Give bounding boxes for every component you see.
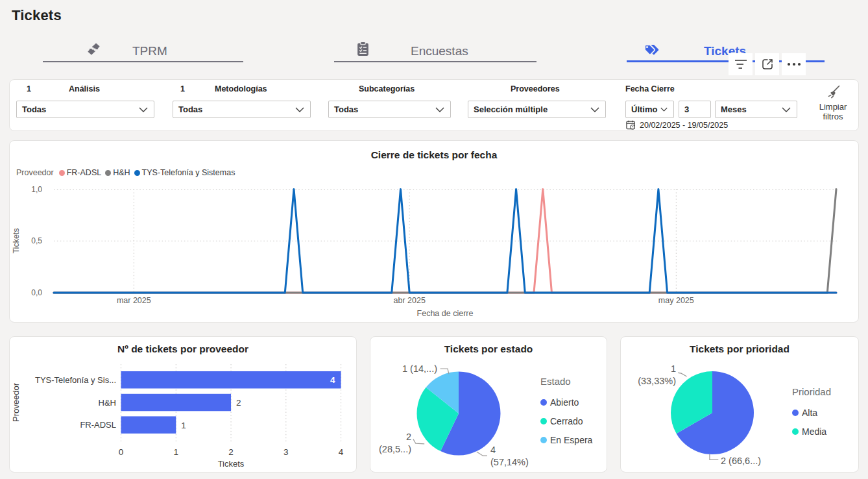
filter-button[interactable] (729, 53, 753, 75)
prioridad-pie-card[interactable]: Tickets por prioridad 2 (66,6...)1(33,33… (620, 336, 859, 473)
analisis-dropdown[interactable]: Todas (16, 101, 154, 118)
subcategorias-dropdown[interactable]: Todas (328, 101, 451, 118)
chevron-down-icon (590, 107, 599, 112)
dashboard-page: Tickets TPRM Encuestas (0, 0, 868, 479)
clear-filters-label-1: Limpiar (807, 102, 859, 112)
legend-dot (792, 428, 799, 435)
tab-tprm-label: TPRM (132, 44, 167, 58)
popout-button[interactable] (755, 53, 779, 75)
bar (121, 371, 341, 389)
bar-chart-card[interactable]: Nº de tickets por proveedor 01234TYS-Tel… (9, 336, 357, 473)
pie-data-label: 1 (671, 363, 676, 374)
fecha-unit-dropdown[interactable]: Meses (715, 101, 797, 118)
metodologias-label: Metodologías (215, 84, 267, 93)
prioridad-legend: Prioridad AltaMedia (792, 386, 831, 441)
line-chart-card[interactable]: Cierre de tickets por fecha Proveedor FR… (9, 140, 859, 323)
fecha-number-value: 3 (684, 104, 689, 114)
x-tick-label: 3 (283, 447, 289, 457)
estado-legend: Estado AbiertoCerradoEn Espera (540, 376, 592, 449)
pie-data-label: 4 (490, 445, 496, 455)
proveedores-label: Proveedores (511, 84, 560, 93)
prioridad-legend-item[interactable]: Media (792, 422, 831, 441)
clear-filters-button[interactable]: Limpiar filtros (807, 84, 859, 121)
x-axis-title: Fecha de cierre (417, 309, 474, 318)
x-tick-label: 4 (339, 447, 344, 457)
x-tick-label: 1 (174, 447, 179, 457)
fecha-relative-value: Último (631, 104, 657, 114)
x-tick-label: 0 (119, 447, 124, 457)
chevron-down-icon (139, 107, 148, 112)
estado-legend-title: Estado (540, 376, 592, 387)
x-tick-label: may 2025 (658, 296, 694, 305)
tab-encuestas[interactable]: Encuestas (334, 36, 536, 62)
proveedores-dropdown-value: Selección múltiple (474, 104, 548, 114)
bar (121, 394, 232, 411)
line-chart: 0,00,51,0mar 2025abr 2025may 2025Fecha d… (10, 141, 858, 322)
metodologias-dropdown-value: Todas (178, 104, 202, 114)
bar-category-label: TYS-Telefonía y Sis... (35, 375, 116, 385)
chevron-down-icon (435, 107, 444, 112)
handshake-icon (86, 42, 101, 59)
date-range-text: 20/02/2025 - 19/05/2025 (640, 121, 728, 130)
pie-data-label: 2 (406, 432, 411, 442)
tab-encuestas-underline (334, 61, 536, 63)
more-options-button[interactable] (782, 53, 806, 75)
legend-label: Media (802, 426, 826, 437)
pie-data-label: (28,5...) (379, 444, 411, 454)
analisis-count: 1 (27, 84, 31, 93)
fecha-number-input[interactable]: 3 (679, 101, 711, 118)
more-options-icon (787, 62, 801, 66)
tab-tprm[interactable]: TPRM (43, 36, 243, 62)
pie-label-leader (477, 452, 487, 456)
filter-bar: 1 Análisis Todas 1 Metodologías Todas Su… (9, 79, 859, 131)
estado-pie-card[interactable]: Tickets por estado 4(57,14%)2(28,5...)1 … (370, 336, 607, 473)
bar (121, 416, 176, 434)
pie-data-label: (57,14%) (490, 457, 529, 467)
filter-icon (734, 59, 747, 69)
clipboard-icon (356, 42, 370, 59)
legend-label: Alta (802, 408, 817, 418)
prioridad-legend-title: Prioridad (792, 386, 831, 397)
legend-dot (792, 410, 799, 416)
bar-value-label: 1 (181, 421, 186, 430)
popout-icon (761, 58, 774, 71)
tags-icon (642, 42, 661, 60)
bar-chart: 01234TYS-Telefonía y Sis...4H&H2FR-ADSL1… (10, 337, 356, 472)
estado-legend-item[interactable]: Abierto (540, 393, 592, 411)
fecha-cierre-label: Fecha Cierre (625, 84, 675, 93)
legend-dot (540, 399, 547, 406)
legend-dot (540, 418, 547, 424)
proveedores-dropdown[interactable]: Selección múltiple (468, 101, 606, 118)
fecha-unit-value: Meses (721, 104, 747, 114)
pie-label-leader (678, 373, 687, 376)
subcategorias-dropdown-value: Todas (334, 104, 358, 114)
legend-label: Cerrado (550, 416, 583, 426)
pie-label-leader (710, 454, 718, 460)
metodologias-dropdown[interactable]: Todas (173, 101, 311, 118)
bar-value-label: 2 (236, 398, 241, 408)
page-title: Tickets (12, 7, 62, 24)
prioridad-legend-item[interactable]: Alta (792, 403, 831, 422)
x-tick-label: abr 2025 (394, 296, 426, 305)
pie-data-label: 1 (14,...) (402, 363, 437, 374)
pie-data-label: (33,33%) (638, 376, 676, 386)
bar-category-label: FR-ADSL (80, 420, 116, 430)
estado-legend-item[interactable]: En Espera (540, 430, 592, 449)
date-range: 20/02/2025 - 19/05/2025 (626, 120, 728, 130)
legend-dot (540, 437, 547, 443)
y-tick-label: 0,5 (31, 236, 42, 245)
y-tick-label: 0,0 (31, 288, 42, 297)
fecha-relative-dropdown[interactable]: Último (625, 101, 674, 118)
pie-data-label: 2 (66,6...) (721, 456, 761, 466)
broom-icon (825, 84, 841, 100)
chevron-down-icon (782, 107, 791, 112)
estado-legend-item[interactable]: Cerrado (540, 411, 592, 430)
y-axis-title: Tickets (12, 228, 21, 253)
chevron-down-icon (295, 107, 304, 112)
y-tick-label: 1,0 (31, 185, 42, 194)
bar-value-label: 4 (330, 375, 335, 385)
legend-label: En Espera (550, 435, 592, 445)
legend-label: Abierto (550, 397, 579, 408)
bar-category-label: H&H (99, 398, 116, 408)
tab-tprm-underline (43, 61, 243, 63)
